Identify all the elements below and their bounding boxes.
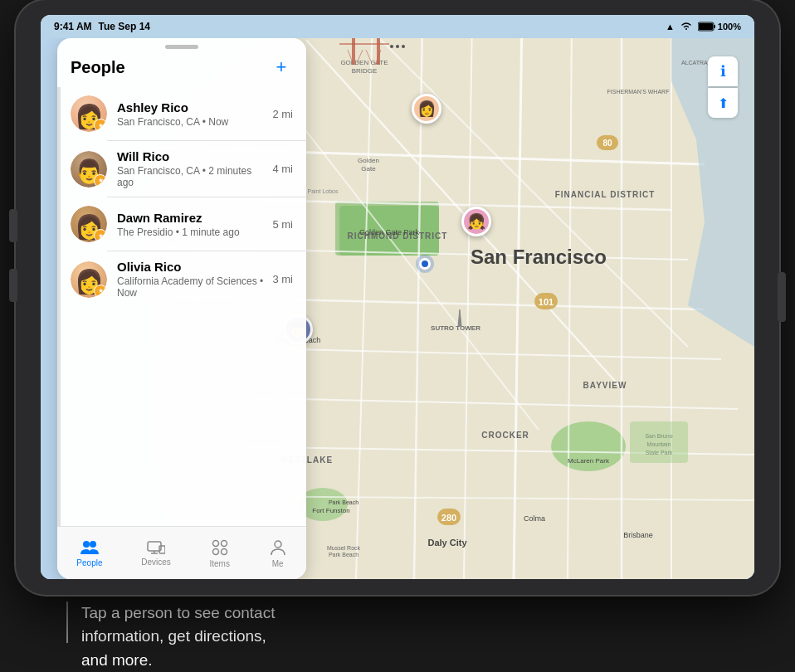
info-button[interactable]: ℹ: [708, 56, 738, 86]
tab-items[interactable]: Items: [199, 532, 239, 575]
annotation-text: Tap a person to see contact information,…: [81, 601, 275, 673]
svg-text:Park Beach: Park Beach: [329, 499, 358, 505]
location-button[interactable]: ⬆: [708, 88, 738, 118]
svg-text:Mussel Rock: Mussel Rock: [327, 545, 361, 551]
people-list: 👩 ★ Ashley Rico San Francisco, CA • Now …: [57, 87, 306, 526]
battery-icon: 100%: [698, 22, 741, 32]
will-location: San Francisco, CA • 2 minutes ago: [117, 165, 266, 188]
tab-bar: People Devices: [57, 526, 306, 579]
signal-icon: ▲: [666, 22, 675, 32]
overflow-menu[interactable]: [390, 45, 405, 48]
callout-line: [66, 601, 68, 643]
svg-text:SUTRO TOWER: SUTRO TOWER: [431, 324, 480, 332]
svg-text:Brisbane: Brisbane: [623, 531, 653, 539]
favorite-badge-dawn: ★: [94, 229, 107, 242]
ashley-distance: 2 mi: [272, 108, 293, 120]
dawn-distance: 5 mi: [272, 218, 293, 231]
me-tab-icon: [269, 538, 287, 557]
svg-point-77: [221, 540, 227, 546]
will-distance: 4 mi: [272, 163, 293, 175]
olivia-location: California Academy of Sciences • Now: [117, 275, 266, 299]
svg-text:Gate: Gate: [361, 165, 376, 173]
map-button-group: ℹ ⬆: [708, 56, 738, 118]
favorite-badge-olivia: ★: [94, 285, 107, 298]
items-tab-icon: [211, 538, 229, 557]
volume-down-button: [9, 269, 17, 302]
svg-text:FINANCIAL DISTRICT: FINANCIAL DISTRICT: [555, 190, 656, 199]
panel-header: People +: [57, 52, 306, 87]
status-bar: 9:41 AM Tue Sep 14 ▲: [41, 15, 754, 38]
svg-text:BAYVIEW: BAYVIEW: [583, 381, 627, 390]
svg-text:CROCKER: CROCKER: [481, 431, 529, 440]
ashley-name: Ashley Rico: [117, 100, 266, 114]
svg-text:Golden: Golden: [358, 157, 379, 164]
tab-devices[interactable]: Devices: [131, 533, 181, 573]
person-row-dawn[interactable]: 👩 ★ Dawn Ramirez The Presidio • 1 minute…: [57, 197, 306, 251]
devices-tab-icon: [147, 540, 165, 555]
will-name: Will Rico: [117, 149, 266, 163]
people-tab-icon: [80, 539, 100, 556]
dawn-info: Dawn Ramirez The Presidio • 1 minute ago: [117, 211, 266, 238]
ashley-info: Ashley Rico San Francisco, CA • Now: [117, 100, 266, 128]
svg-point-76: [212, 540, 218, 546]
volume-up-button: [9, 209, 17, 242]
svg-text:Park Beach: Park Beach: [329, 552, 358, 558]
status-icons: ▲ 100%: [666, 21, 741, 33]
svg-text:280: 280: [441, 513, 456, 523]
svg-text:FISHERMAN'S WHARF: FISHERMAN'S WHARF: [607, 89, 670, 95]
olivia-info: Olivia Rico California Academy of Scienc…: [117, 260, 266, 299]
svg-point-80: [275, 541, 281, 548]
svg-point-70: [83, 541, 90, 548]
dawn-name: Dawn Ramirez: [117, 211, 266, 225]
svg-text:San Francisco: San Francisco: [471, 246, 607, 268]
svg-text:McLaren Park: McLaren Park: [568, 457, 610, 465]
status-time: 9:41 AM: [54, 21, 92, 32]
tab-people-label: People: [76, 558, 102, 567]
svg-text:Daly City: Daly City: [427, 538, 467, 548]
status-date: Tue Sep 14: [99, 21, 150, 32]
drag-handle: [165, 45, 198, 49]
svg-rect-68: [699, 23, 713, 30]
olivia-name: Olivia Rico: [117, 260, 266, 274]
favorite-badge-will: ★: [94, 174, 107, 187]
panel-title: People: [71, 58, 125, 77]
svg-text:Paint Lobos: Paint Lobos: [308, 188, 339, 194]
svg-rect-69: [714, 25, 715, 28]
svg-text:GOLDEN GATE: GOLDEN GATE: [340, 59, 388, 66]
tab-items-label: Items: [209, 559, 229, 568]
add-person-button[interactable]: +: [270, 56, 293, 79]
svg-point-71: [90, 541, 96, 548]
tab-me[interactable]: Me: [259, 532, 297, 575]
ashley-location: San Francisco, CA • Now: [117, 116, 266, 128]
svg-rect-75: [159, 546, 165, 553]
favorite-badge: ★: [94, 119, 107, 132]
svg-text:Colma: Colma: [524, 514, 545, 523]
olivia-distance: 3 mi: [272, 273, 293, 285]
annotation-area: Tap a person to see contact information,…: [0, 595, 795, 673]
svg-text:80: 80: [602, 139, 612, 148]
svg-point-79: [221, 548, 227, 554]
tab-me-label: Me: [272, 559, 284, 568]
person-row-olivia[interactable]: 👩 ★ Olivia Rico California Academy of Sc…: [57, 251, 306, 307]
svg-text:101: 101: [539, 297, 554, 307]
dawn-location: The Presidio • 1 minute ago: [117, 226, 266, 238]
svg-point-78: [212, 548, 218, 554]
avatar-will: 👨 ★: [71, 151, 107, 187]
sidebar-panel: People + 👩 ★ Ashley Rico San Francisco,: [57, 38, 306, 579]
power-button: [778, 272, 786, 322]
tab-devices-label: Devices: [141, 558, 171, 567]
current-location-dot: [419, 258, 431, 270]
avatar-ashley: 👩 ★: [71, 95, 107, 132]
svg-rect-66: [630, 421, 688, 463]
will-info: Will Rico San Francisco, CA • 2 minutes …: [117, 149, 266, 188]
person-row-ashley[interactable]: 👩 ★ Ashley Rico San Francisco, CA • Now …: [57, 87, 306, 140]
person-row-will[interactable]: 👨 ★ Will Rico San Francisco, CA • 2 minu…: [57, 141, 306, 197]
tab-people[interactable]: People: [66, 533, 112, 574]
ipad-frame: 101 280 80 RICHMOND DISTRICT FINANCIAL D…: [16, 0, 779, 595]
svg-text:BRIDGE: BRIDGE: [352, 67, 378, 75]
svg-text:Fort Funston: Fort Funston: [312, 507, 349, 514]
svg-text:Golden Gate Park: Golden Gate Park: [359, 228, 420, 236]
avatar-olivia: 👩 ★: [71, 261, 107, 298]
wifi-icon: [680, 21, 693, 33]
screen: 101 280 80 RICHMOND DISTRICT FINANCIAL D…: [41, 15, 754, 579]
